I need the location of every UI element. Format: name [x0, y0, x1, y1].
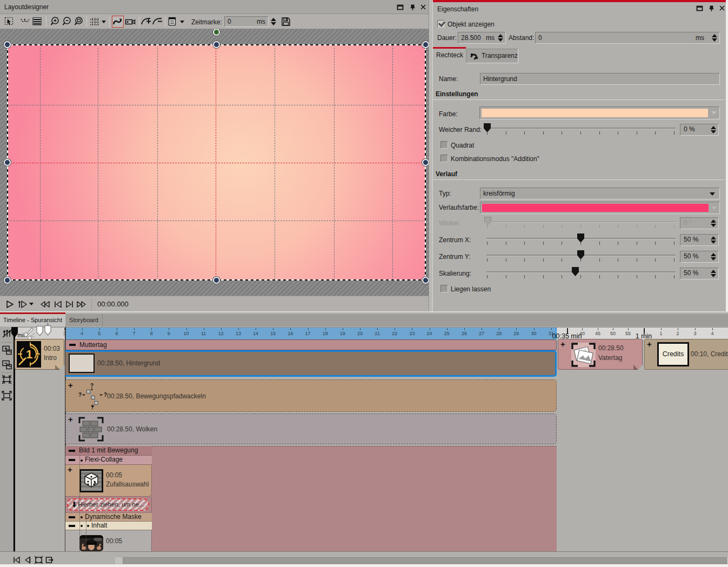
collapse-icon[interactable]: [69, 450, 75, 452]
group-inhalt-header[interactable]: Inhalt: [65, 522, 152, 530]
collapse-icon[interactable]: [69, 344, 76, 346]
play-from-marker-icon[interactable]: [17, 299, 28, 310]
camera-icon[interactable]: [125, 16, 137, 28]
group-flexi-header[interactable]: Flexi-Collage: [65, 456, 152, 465]
zeitmarke-spinner[interactable]: [270, 17, 277, 26]
tab-timeline-spuransicht[interactable]: Timeline - Spuransicht: [0, 314, 65, 326]
skip-forward-icon[interactable]: [76, 299, 87, 310]
keyframe-remove-icon[interactable]: [152, 16, 164, 28]
tab-storyboard[interactable]: Storyboard: [65, 314, 103, 326]
skalierung-spinner[interactable]: [710, 269, 717, 278]
collapse-icon[interactable]: [69, 525, 75, 527]
expand-icon[interactable]: +: [560, 341, 565, 348]
close-icon[interactable]: [719, 5, 726, 12]
resize-handle-bottom-left[interactable]: [4, 277, 11, 284]
tl-fit-page-icon[interactable]: [44, 555, 54, 565]
resize-handle-top-right[interactable]: [422, 41, 429, 48]
path-curve-icon[interactable]: [112, 16, 124, 28]
layout-canvas[interactable]: [0, 29, 429, 296]
collapse-icon[interactable]: [69, 516, 75, 518]
verlaufsfarbe-swatch[interactable]: [480, 202, 720, 214]
keyframe-add-icon[interactable]: [141, 16, 152, 28]
go-to-start-icon[interactable]: [52, 299, 63, 310]
skip-back-icon[interactable]: [39, 299, 50, 310]
quadrat-checkbox[interactable]: [440, 141, 448, 149]
layers-icon[interactable]: [31, 16, 43, 28]
dauer-input[interactable]: 28.500 ms: [458, 32, 506, 44]
rotation-handle[interactable]: [213, 29, 220, 36]
collapse-icon[interactable]: [69, 459, 75, 461]
weicher-rand-slider-track[interactable]: [486, 128, 676, 129]
skalierung-slider-track[interactable]: [486, 271, 676, 273]
zentrum-y-spinner[interactable]: [710, 252, 717, 261]
zentrum-y-value-box[interactable]: 50 %: [680, 251, 719, 263]
object-list-dropdown-icon[interactable]: [180, 21, 184, 23]
farbe-swatch[interactable]: [479, 106, 720, 119]
zentrum-x-value-box[interactable]: 50 %: [680, 234, 719, 246]
flag-marker-icon[interactable]: [44, 323, 52, 336]
zoom-selection-icon[interactable]: [1, 374, 12, 385]
expand-all-icon[interactable]: [1, 345, 12, 356]
zeitmarke-input[interactable]: 0 ms: [224, 16, 269, 27]
clip-vatertag[interactable]: + 00:28.50 Vatertag: [558, 339, 643, 370]
play-icon[interactable]: [4, 299, 15, 310]
pin-icon[interactable]: [409, 4, 416, 11]
zentrum-x-spinner[interactable]: [710, 236, 717, 244]
timeline-scrollbar[interactable]: [115, 557, 728, 564]
select-tool-icon[interactable]: [4, 16, 16, 28]
expand-icon[interactable]: +: [68, 466, 72, 473]
weicher-rand-spinner[interactable]: [710, 125, 717, 134]
resize-handle-middle-right[interactable]: [422, 159, 429, 166]
chapter-muttertag-header[interactable]: Muttertag: [65, 339, 557, 350]
dauer-spinner[interactable]: [497, 34, 504, 42]
group-dynamische-maske-header[interactable]: Dynamische Maske: [65, 513, 152, 522]
tl-go-start-icon[interactable]: [12, 555, 22, 565]
expand-icon[interactable]: +: [68, 416, 73, 423]
slide-object[interactable]: [8, 45, 425, 280]
zoom-fit-icon[interactable]: [73, 16, 85, 28]
play-options-dropdown-icon[interactable]: [29, 303, 34, 305]
typ-dropdown[interactable]: kreisförmig: [480, 188, 720, 199]
objekt-anzeigen-checkbox[interactable]: [437, 20, 445, 28]
liegen-lassen-checkbox[interactable]: [440, 285, 448, 292]
zoom-in-icon[interactable]: [49, 16, 61, 28]
resize-handle-bottom-right[interactable]: [422, 277, 429, 284]
winkel-spinner[interactable]: [710, 219, 717, 228]
resize-handle-bottom-center[interactable]: [213, 277, 220, 284]
expand-icon[interactable]: +: [647, 341, 652, 348]
tl-prev-icon[interactable]: [23, 555, 32, 565]
skalierung-value-box[interactable]: 50 %: [680, 268, 719, 279]
weicher-rand-value-box[interactable]: 0 %: [680, 124, 719, 136]
curve-select-icon[interactable]: [19, 16, 31, 28]
timeline-scrollbar-thumb[interactable]: [123, 557, 727, 564]
resize-handle-top-center[interactable]: [213, 41, 220, 48]
clip-credits[interactable]: + Credits 00:10, Credits: [644, 339, 728, 370]
maximize-icon[interactable]: [397, 4, 404, 11]
scissors-icon[interactable]: [23, 326, 35, 340]
zoom-all-icon[interactable]: [1, 390, 12, 401]
vertical-splitter[interactable]: [429, 0, 433, 311]
kombinationsmodus-checkbox[interactable]: [440, 155, 448, 162]
clip-zufallsauswahl[interactable]: + 00:05 Zufallsauswahl: [65, 465, 152, 497]
resize-handle-middle-left[interactable]: [4, 159, 11, 166]
go-to-end-icon[interactable]: [64, 299, 75, 310]
maximize-icon[interactable]: [696, 5, 703, 12]
track-options-icon[interactable]: [1, 328, 12, 339]
collapse-all-icon[interactable]: [1, 359, 12, 370]
resize-handle-top-left[interactable]: [4, 41, 11, 48]
grid-icon[interactable]: [89, 16, 101, 28]
timeline-ruler[interactable]: 0 min 3456789101112131415161718192021222…: [0, 327, 728, 339]
pin-icon[interactable]: [708, 5, 715, 12]
clip-intro[interactable]: 1 00:03 Intro: [15, 339, 64, 370]
track-hintergrund[interactable]: 00:28.50, Hintergrund: [65, 352, 555, 375]
save-icon[interactable]: [280, 16, 292, 28]
foto-thumbnail[interactable]: [79, 535, 103, 551]
object-list-icon[interactable]: [167, 16, 179, 28]
abstand-input[interactable]: 0 ms: [535, 32, 720, 44]
flag-marker-icon[interactable]: [36, 325, 44, 337]
expand-icon[interactable]: +: [68, 382, 73, 389]
tl-fit-view-icon[interactable]: [34, 555, 43, 565]
track-wolken[interactable]: + 00:28.50, Wolken: [65, 413, 557, 444]
close-icon[interactable]: [420, 4, 427, 11]
tab-transparenz[interactable]: Transparenz: [466, 49, 518, 63]
